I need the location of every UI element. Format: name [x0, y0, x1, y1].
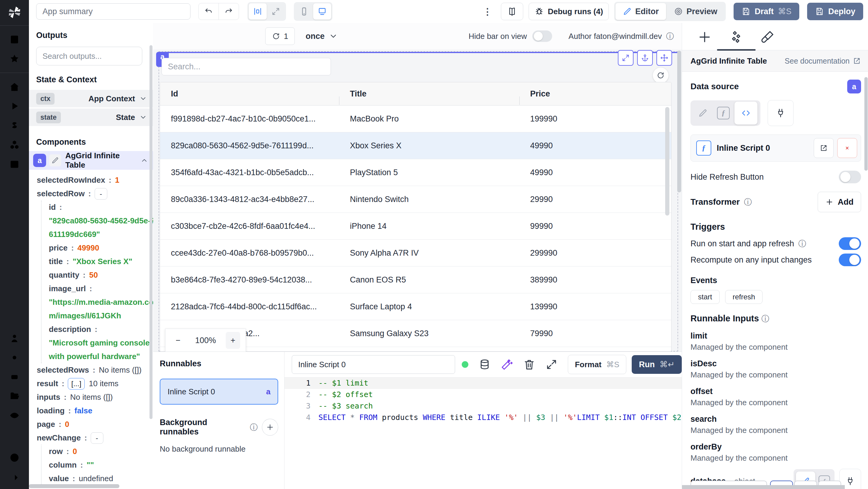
collapse-button[interactable]: -	[91, 432, 103, 444]
favorites-star-icon[interactable]	[9, 53, 20, 64]
mobile-view-button[interactable]	[295, 3, 313, 20]
outputs-search-input[interactable]	[36, 47, 142, 65]
move-handle[interactable]	[656, 50, 672, 66]
panel-hscrollbar[interactable]	[682, 485, 845, 489]
undo-button[interactable]	[198, 3, 218, 20]
frequency-dropdown[interactable]: once	[306, 32, 338, 41]
canvas-scrollbar[interactable]	[677, 51, 681, 192]
schedules-calendar-icon[interactable]	[9, 159, 20, 170]
styling-brush-tab-icon[interactable]	[761, 30, 774, 44]
tree-item[interactable]: selectedRow : -	[37, 187, 153, 201]
info-icon[interactable]: ⓘ	[744, 197, 752, 207]
table-scrollbar[interactable]	[665, 107, 670, 216]
tree-item[interactable]: newChange: -	[37, 431, 153, 445]
refresh-count-button[interactable]: 1	[265, 27, 295, 45]
fullwidth-button[interactable]	[267, 3, 285, 20]
rename-pencil-icon[interactable]	[49, 154, 61, 166]
add-transformer-button[interactable]: Add	[818, 192, 861, 212]
table-row[interactable]: 2128adca-7fc6-44bd-800c-dc115df6ac... Su…	[160, 293, 671, 320]
tree-item[interactable]: page:0	[37, 418, 153, 431]
expand-handle[interactable]	[618, 50, 633, 66]
info-icon[interactable]: ⓘ	[798, 239, 806, 249]
zoom-in-button[interactable]: +	[226, 332, 240, 349]
format-button[interactable]: Format ⌘S	[568, 355, 626, 374]
code-area[interactable]: 1 -- $1 limit 2 -- $2 offset 3 -- $3 sea…	[284, 377, 682, 489]
tree-item[interactable]: selectedRows:No items ([])	[37, 363, 153, 377]
fx-expression-icon[interactable]: ƒ	[714, 104, 733, 122]
workers-robot-icon[interactable]	[9, 371, 20, 382]
docs-book-button[interactable]	[501, 3, 523, 20]
editor-tab[interactable]: Editor	[615, 3, 666, 20]
preview-tab[interactable]: Preview	[667, 3, 724, 20]
tree-item[interactable]: selectedRowIndex : 1	[37, 173, 153, 187]
run-on-start-toggle[interactable]	[839, 237, 861, 250]
ai-wand-icon[interactable]	[501, 359, 513, 370]
windmill-logo[interactable]	[6, 4, 23, 21]
table-row[interactable]: c303bce7-cb2e-42c6-8fdf-6aa01fc4e4... iP…	[160, 213, 671, 240]
settings-gear-icon[interactable]	[9, 352, 20, 363]
app-summary-input[interactable]	[36, 3, 190, 20]
expand-editor-icon[interactable]	[546, 359, 558, 370]
table-row[interactable]: 829ca080-5630-4562-9d5e-7611199d... Xbox…	[160, 132, 671, 159]
aggrid-component[interactable]: a Id Title Price f991898d-	[159, 52, 678, 351]
open-script-button[interactable]	[814, 138, 834, 158]
see-documentation-link[interactable]: See documentation	[785, 57, 861, 65]
resources-cubes-icon[interactable]	[9, 139, 20, 150]
table-row[interactable]: b3e864c8-7fe3-4270-89e9-54c12038... Cano…	[160, 267, 671, 293]
recompute-toggle[interactable]	[839, 253, 861, 266]
ctx-row[interactable]: ctx App Context	[29, 90, 153, 107]
workspace-icon[interactable]	[9, 34, 20, 45]
outputs-scrollbar[interactable]	[150, 45, 153, 419]
collapse-arrow-icon[interactable]	[9, 472, 20, 483]
desktop-view-button[interactable]	[313, 3, 331, 20]
table-row[interactable]: ccee43dc-27e0-40a8-b768-b09579b0... Sony…	[160, 240, 671, 267]
hide-bar-toggle[interactable]	[532, 30, 552, 42]
panel-scrollbar[interactable]	[864, 77, 868, 171]
runs-play-icon[interactable]	[9, 101, 20, 112]
component-settings-tab-icon[interactable]	[729, 30, 743, 44]
table-row[interactable]: f991898d-cb27-4ac7-b10c-0b9050ce1... Mac…	[160, 105, 671, 132]
insert-component-tab-plus-icon[interactable]	[698, 30, 712, 44]
static-value-pencil-icon[interactable]	[693, 104, 712, 122]
draft-button[interactable]: Draft ⌘S	[734, 3, 799, 20]
code-source-button-active[interactable]	[735, 101, 757, 124]
hide-refresh-toggle[interactable]	[839, 171, 861, 183]
debug-runs-button[interactable]: Debug runs (4)	[529, 3, 609, 20]
tree-item[interactable]: inputs:No items ([])	[37, 390, 153, 404]
table-refresh-button[interactable]	[653, 67, 669, 83]
table-row[interactable]: 354f6afd-43ac-4321-b1bc-0b5e5adcb... Pla…	[160, 159, 671, 186]
app-canvas[interactable]: a Id Title Price f991898d-	[153, 50, 682, 352]
redo-button[interactable]	[218, 3, 239, 20]
connect-plug-button[interactable]	[768, 100, 794, 126]
anchor-handle[interactable]	[637, 50, 653, 66]
users-icon[interactable]	[9, 333, 20, 344]
tree-item[interactable]: result: [...] 10 items	[37, 377, 153, 390]
component-outputs-header[interactable]: a AgGrid Infinite Table	[29, 151, 153, 170]
database-icon[interactable]	[478, 359, 491, 370]
info-icon[interactable]: ⓘ	[666, 31, 674, 41]
run-button[interactable]: Run ⌘↵	[632, 355, 682, 374]
add-background-runnable-button[interactable]	[262, 419, 278, 436]
deploy-button[interactable]: Deploy	[807, 3, 863, 20]
folders-icon[interactable]	[9, 391, 20, 402]
tree-item[interactable]: loading:false	[37, 404, 153, 418]
column-header-id[interactable]: Id	[160, 89, 339, 99]
info-icon[interactable]: ⓘ	[250, 422, 258, 433]
runnable-item[interactable]: Inline Script 0 a	[160, 379, 278, 405]
variables-dollar-icon[interactable]	[9, 120, 20, 131]
help-icon[interactable]	[9, 452, 20, 463]
home-icon[interactable]	[9, 82, 20, 92]
audit-eye-icon[interactable]	[9, 410, 20, 421]
more-menu-kebab-icon[interactable]: ⋮	[483, 6, 492, 17]
column-header-title[interactable]: Title	[339, 89, 519, 99]
state-row[interactable]: state State	[29, 109, 153, 126]
delete-trash-icon[interactable]	[523, 359, 535, 370]
table-search-input[interactable]	[161, 58, 331, 75]
inline-script-card[interactable]: ƒ Inline Script 0 ✕	[690, 134, 861, 161]
table-row[interactable]: 89c0a336-1343-4812-ac34-e4bb8e27... Nint…	[160, 186, 671, 213]
remove-script-button[interactable]: ✕	[837, 138, 857, 158]
collapse-button[interactable]: -	[95, 188, 107, 200]
info-icon[interactable]: ⓘ	[761, 314, 769, 323]
outputs-hscrollbar[interactable]	[29, 484, 119, 488]
expand-array-button[interactable]: [...]	[68, 378, 84, 390]
